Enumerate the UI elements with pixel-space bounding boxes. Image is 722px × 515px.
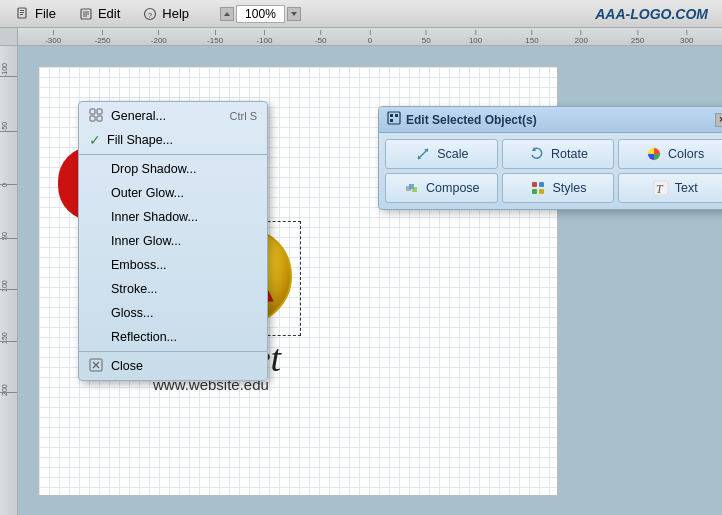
panel-title: Edit Selected Object(s) xyxy=(387,111,537,128)
help-menu[interactable]: ? Help xyxy=(131,2,200,26)
edit-panel-header: Edit Selected Object(s) × xyxy=(379,107,722,133)
general-label: General... xyxy=(111,109,166,123)
emboss-spacer xyxy=(89,257,105,273)
canvas-area[interactable]: rsload.net www.website.edu General... Ct… xyxy=(18,46,722,515)
zoom-control: 100% xyxy=(220,5,301,23)
svg-rect-38 xyxy=(539,189,544,194)
edit-panel-body: Scale Rotate xyxy=(379,133,722,209)
brand-text: AAA-LOGO.COM xyxy=(595,6,718,22)
svg-rect-37 xyxy=(532,189,537,194)
close-box-icon xyxy=(89,358,105,374)
zoom-down-arrow-icon xyxy=(287,7,301,21)
dropdown-separator xyxy=(79,154,267,155)
main-area: -100 -50 0 50 100 150 200 xyxy=(0,46,722,515)
file-icon xyxy=(15,6,31,22)
dropdown-item-emboss[interactable]: Emboss... xyxy=(79,253,267,277)
edit-menu-label: Edit xyxy=(98,6,120,21)
svg-rect-34 xyxy=(412,187,417,192)
ruler-mark: -100 xyxy=(256,30,272,45)
scale-button[interactable]: Scale xyxy=(385,139,498,169)
file-menu[interactable]: File xyxy=(4,2,67,26)
general-shortcut: Ctrl S xyxy=(230,110,258,122)
dropdown-item-gloss[interactable]: Gloss... xyxy=(79,301,267,325)
dropdown-item-stroke[interactable]: Stroke... xyxy=(79,277,267,301)
zoom-arrow-icon xyxy=(220,7,234,21)
styles-button[interactable]: Styles xyxy=(502,173,615,203)
compose-button[interactable]: Compose xyxy=(385,173,498,203)
svg-rect-3 xyxy=(20,14,23,15)
svg-text:?: ? xyxy=(148,11,153,20)
drop-shadow-spacer xyxy=(89,161,105,177)
drop-shadow-label: Drop Shadow... xyxy=(111,162,196,176)
compose-label: Compose xyxy=(426,181,480,195)
ruler-mark: 200 xyxy=(575,30,588,45)
text-icon: T xyxy=(652,179,670,197)
ruler-mark: -100 xyxy=(1,63,8,77)
dropdown-item-general[interactable]: General... Ctrl S xyxy=(79,104,267,128)
rotate-label: Rotate xyxy=(551,147,588,161)
ruler-mark: 150 xyxy=(1,332,8,344)
svg-rect-19 xyxy=(97,116,102,121)
svg-rect-23 xyxy=(388,112,400,124)
dropdown-item-fill-shape[interactable]: ✓ Fill Shape... xyxy=(79,128,267,152)
svg-rect-35 xyxy=(532,182,537,187)
svg-rect-36 xyxy=(539,182,544,187)
close-label: Close xyxy=(111,359,143,373)
ruler-mark: 300 xyxy=(680,30,693,45)
inner-shadow-label: Inner Shadow... xyxy=(111,210,198,224)
dropdown-item-reflection[interactable]: Reflection... xyxy=(79,325,267,349)
stroke-label: Stroke... xyxy=(111,282,158,296)
zoom-value: 100% xyxy=(236,5,285,23)
dropdown-item-inner-glow[interactable]: Inner Glow... xyxy=(79,229,267,253)
help-icon: ? xyxy=(142,6,158,22)
colors-icon xyxy=(645,145,663,163)
ruler-mark: 50 xyxy=(422,30,431,45)
dropdown-item-close[interactable]: Close xyxy=(79,354,267,378)
styles-icon xyxy=(529,179,547,197)
inner-glow-spacer xyxy=(89,233,105,249)
outer-glow-label: Outer Glow... xyxy=(111,186,184,200)
dropdown-separator-2 xyxy=(79,351,267,352)
svg-line-29 xyxy=(418,149,428,159)
ruler-corner xyxy=(0,28,18,46)
stroke-spacer xyxy=(89,281,105,297)
colors-button[interactable]: Colors xyxy=(618,139,722,169)
gloss-label: Gloss... xyxy=(111,306,153,320)
edit-menu[interactable]: Edit xyxy=(67,2,131,26)
fill-shape-check: ✓ xyxy=(89,132,101,148)
svg-rect-26 xyxy=(390,119,393,122)
dropdown-item-inner-shadow[interactable]: Inner Shadow... xyxy=(79,205,267,229)
ruler-mark: -150 xyxy=(207,30,223,45)
svg-marker-11 xyxy=(291,12,297,16)
text-label: Text xyxy=(675,181,698,195)
ruler-mark: -300 xyxy=(45,30,61,45)
svg-rect-16 xyxy=(90,109,95,114)
colors-label: Colors xyxy=(668,147,704,161)
dropdown-item-outer-glow[interactable]: Outer Glow... xyxy=(79,181,267,205)
ruler-mark: 150 xyxy=(525,30,538,45)
compose-icon xyxy=(403,179,421,197)
panel-title-icon xyxy=(387,111,401,128)
ruler-mark: -250 xyxy=(94,30,110,45)
emboss-label: Emboss... xyxy=(111,258,167,272)
gloss-spacer xyxy=(89,305,105,321)
ruler-mark: 200 xyxy=(1,384,8,396)
rotate-icon xyxy=(528,145,546,163)
text-button[interactable]: T Text xyxy=(618,173,722,203)
svg-rect-17 xyxy=(97,109,102,114)
ruler-mark: -50 xyxy=(315,30,327,45)
svg-rect-2 xyxy=(20,12,24,13)
menu-bar: File Edit ? Help 100% AAA-LOGO.COM xyxy=(0,0,722,28)
panel-close-button[interactable]: × xyxy=(715,113,722,127)
styles-label: Styles xyxy=(552,181,586,195)
inner-shadow-spacer xyxy=(89,209,105,225)
panel-title-text: Edit Selected Object(s) xyxy=(406,113,537,127)
help-menu-label: Help xyxy=(162,6,189,21)
reflection-spacer xyxy=(89,329,105,345)
dropdown-menu: General... Ctrl S ✓ Fill Shape... Drop S… xyxy=(78,101,268,381)
dropdown-item-drop-shadow[interactable]: Drop Shadow... xyxy=(79,157,267,181)
rotate-button[interactable]: Rotate xyxy=(502,139,615,169)
edit-icon xyxy=(78,6,94,22)
file-menu-label: File xyxy=(35,6,56,21)
scale-icon xyxy=(414,145,432,163)
